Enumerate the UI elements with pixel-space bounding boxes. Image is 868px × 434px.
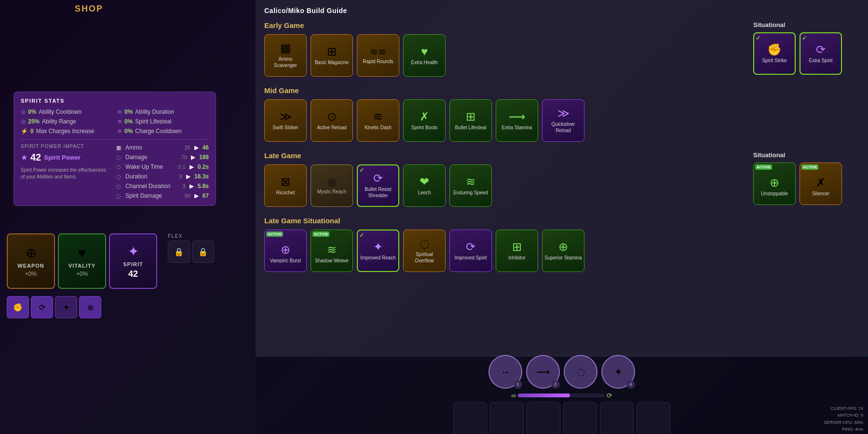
item-shadow-weave[interactable]: ACTIVE ≋ Shadow Weave <box>311 230 353 272</box>
early-game-title: Early Game <box>264 21 746 29</box>
item-extra-spirit[interactable]: ✓ ⟳ Extra Spirit <box>800 32 842 75</box>
duration-value: 0% <box>124 108 133 115</box>
improved-spirit-name: Improved Spirit <box>454 255 487 261</box>
item-sprint-boots[interactable]: ✗ Sprint Boots <box>403 99 446 142</box>
item-basic-magazine[interactable]: ⊞ Basic Magazine <box>311 34 353 77</box>
arrow-icon-4: ▶ <box>186 173 190 180</box>
item-bullet-lifesteal[interactable]: ⊞ Bullet Lifesteal <box>449 99 492 142</box>
mid-game-row: Mid Game ≫ Swift Striker ⊙ Active Reload… <box>264 86 859 149</box>
toolbar-num-4: 4 <box>626 380 635 389</box>
toolbar-slot-3[interactable]: ◌ <box>564 355 597 389</box>
stat-row-damage: ◌ Damage 70 ▶ 188 <box>115 153 209 161</box>
item-improved-reach[interactable]: ✓ ✦ Improved Reach <box>357 230 399 272</box>
ability-slot-3[interactable]: ✦ <box>55 296 77 318</box>
shadow-weave-badge: ACTIVE <box>312 231 329 237</box>
vitality-card[interactable]: ♥ VITALITY +0% <box>58 233 106 289</box>
item-extra-stamina[interactable]: ⟿ Extra Stamina <box>496 99 538 142</box>
toolbar-icon-3: ◌ <box>577 366 585 378</box>
late-game-sit-row: Late Game Situational ACTIVE ⊕ Vampiric … <box>264 217 859 280</box>
lifesteal-label: Spirit Lifesteal <box>135 118 171 125</box>
item-bullet-resist[interactable]: ✓ ⟳ Bullet Resist Shredder <box>357 164 399 207</box>
item-vampiric-burst[interactable]: ACTIVE ⊕ Vampiric Burst <box>264 230 307 272</box>
charge-cd-value: 0% <box>124 128 133 135</box>
item-mystic-reach[interactable]: ◎ Mystic Reach <box>311 164 353 207</box>
unstoppable-badge: ACTIVE <box>755 164 772 170</box>
fps-stat: CLIENT-FPS: 74 <box>824 405 863 412</box>
item-inhibitor[interactable]: ⊞ Inhibitor <box>496 230 538 272</box>
extra-health-name: Extra Health <box>411 59 437 66</box>
item-quicksilver-reload[interactable]: ≫ Quicksilver Reload <box>542 99 584 142</box>
item-rapid-rounds[interactable]: ≋≋ Rapid Rounds <box>357 34 399 77</box>
mid-game-main: Mid Game ≫ Swift Striker ⊙ Active Reload… <box>264 86 859 149</box>
toolbar-slot-2[interactable]: ⟿ 2 <box>526 355 560 389</box>
stat-ability-duration: ≋ 0% Ability Duration <box>117 108 209 115</box>
duration-icon: ≋ <box>117 108 122 115</box>
flex-slot-1[interactable]: 🔒 <box>168 241 190 263</box>
shop-label[interactable]: SHOP <box>75 4 103 14</box>
empty-slot-6 <box>637 402 670 434</box>
silencer-icon: ✗ <box>816 177 826 189</box>
hud-bar-row: ∞ ⟳ <box>511 392 612 399</box>
spirit-dmg-icon: ◌ <box>115 192 122 200</box>
spirit-stats-panel: SPIRIT STATS ◎ 0% Ability Cooldown ≋ 0% … <box>14 92 216 206</box>
unstoppable-icon: ⊕ <box>770 177 779 189</box>
duration-label: Ability Duration <box>135 108 174 115</box>
charges-label: Max Charges Increase <box>36 128 95 135</box>
dur-from: 8 <box>179 174 182 179</box>
flex-section: FLEX 🔒 🔒 <box>168 233 214 289</box>
extra-spirit-name: Extra Spirit <box>809 57 833 64</box>
bullet-lifesteal-icon: ⊞ <box>466 111 475 122</box>
charge-cd-label: Charge Cooldown <box>135 128 181 135</box>
spirit-card[interactable]: ✦ SPIRIT 42 <box>109 233 157 289</box>
item-spirit-strike[interactable]: ✓ ✊ Spirit Strike <box>753 32 796 75</box>
improved-reach-check: ✓ <box>359 232 364 239</box>
server-stat: SERVER-CPU: 83% <box>824 419 863 426</box>
ammo-label: Ammo <box>125 144 181 151</box>
item-superior-stamina[interactable]: ⊕ Superior Stamina <box>542 230 584 272</box>
item-enduring-speed[interactable]: ≋ Enduring Speed <box>449 164 492 207</box>
dur-label: Duration <box>125 173 176 180</box>
spirit-power-description: Spirit Power increases the effectiveness… <box>21 167 110 180</box>
infinity-icon: ∞ <box>511 392 516 399</box>
charge-cd-icon: ≋ <box>117 128 122 135</box>
late-game-title: Late Game <box>264 151 746 160</box>
dur-icon: ◌ <box>115 173 122 180</box>
ability-slot-4[interactable]: ⊕ <box>79 296 101 318</box>
item-swift-striker[interactable]: ≫ Swift Striker <box>264 99 307 142</box>
inhibitor-icon: ⊞ <box>512 241 522 253</box>
ammo-icon: ▦ <box>115 144 122 151</box>
item-silencer[interactable]: ACTIVE ✗ Silencer <box>800 163 842 205</box>
left-panel: SHOP SPIRIT STATS ◎ 0% Ability Cooldown … <box>0 0 256 434</box>
item-unstoppable[interactable]: ACTIVE ⊕ Unstoppable <box>753 163 796 205</box>
item-ricochet[interactable]: ⊠ Ricochet <box>264 164 307 207</box>
ability-slot-2[interactable]: ⟳ <box>31 296 53 318</box>
inhibitor-name: Inhibitor <box>508 255 526 261</box>
spirit-power-section: SPIRIT POWER IMPACT ★ 42 Spirit Power Sp… <box>21 144 209 200</box>
item-spiritual-overflow[interactable]: ◌ Spiritual Overflow <box>403 230 446 272</box>
item-extra-health[interactable]: ♥ Extra Health <box>403 34 446 77</box>
wakeup-to: 0.2s <box>198 163 209 170</box>
item-leech[interactable]: ❤ Leech <box>403 164 446 207</box>
early-game-main: Early Game ▦ Ammo Scavenger ⊞ Basic Maga… <box>264 21 746 84</box>
unstoppable-name: Unstoppable <box>761 190 788 197</box>
item-kinetic-dash[interactable]: ≋ Kinetic Dash <box>357 99 399 142</box>
flex-slot-2[interactable]: 🔒 <box>192 241 214 263</box>
toolbar-icon-4: ✦ <box>614 366 623 378</box>
spirit-value: 42 <box>128 269 138 279</box>
weapon-card[interactable]: ⊕ WEAPON +0% <box>7 233 55 289</box>
toolbar-slot-1[interactable]: ↔ 1 <box>488 355 522 389</box>
dur-to: 16.3s <box>194 173 209 180</box>
late-situational: Situational ACTIVE ⊕ Unstoppable ACTIVE … <box>753 151 859 215</box>
item-ammo-scavenger[interactable]: ▦ Ammo Scavenger <box>264 34 307 77</box>
flex-label: FLEX <box>168 233 183 239</box>
item-improved-spirit[interactable]: ⟳ Improved Spirit <box>449 230 492 272</box>
stat-ability-cooldown: ◎ 0% Ability Cooldown <box>21 108 112 115</box>
rapid-rounds-icon: ≋≋ <box>370 47 386 56</box>
empty-slot-4 <box>563 402 597 434</box>
ability-slot-1[interactable]: ✊ <box>7 296 29 318</box>
active-reload-name: Active Reload <box>317 124 347 131</box>
spirit-strike-check: ✓ <box>756 35 760 41</box>
vampiric-burst-name: Vampiric Burst <box>270 258 301 264</box>
item-active-reload[interactable]: ⊙ Active Reload <box>311 99 353 142</box>
toolbar-slot-4[interactable]: ✦ 4 <box>601 355 635 389</box>
